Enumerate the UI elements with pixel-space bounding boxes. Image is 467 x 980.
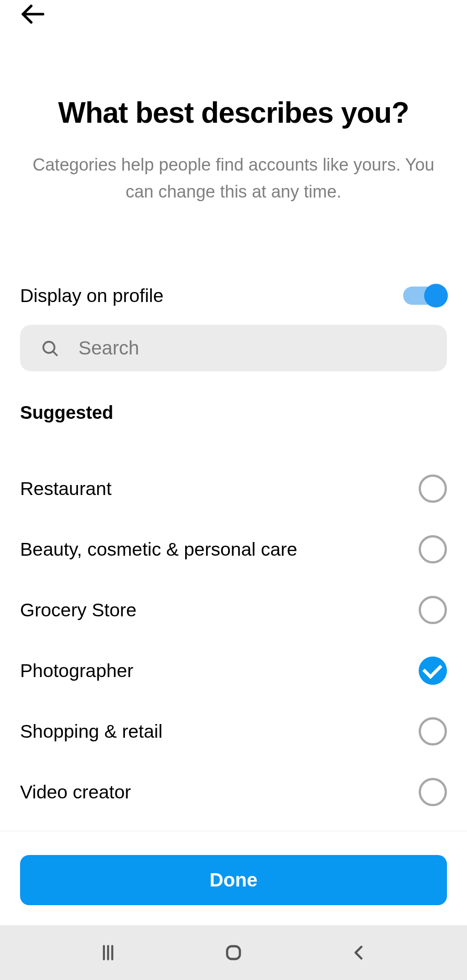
radio-unselected-icon: [419, 535, 447, 563]
done-button[interactable]: Done: [20, 855, 447, 905]
radio-unselected-icon: [419, 717, 447, 745]
category-label: Restaurant: [20, 478, 112, 500]
category-item-restaurant[interactable]: Restaurant: [20, 459, 447, 519]
back-button[interactable]: [18, 0, 47, 30]
radio-unselected-icon: [419, 596, 447, 624]
page-subtitle: Categories help people find accounts lik…: [20, 151, 447, 205]
page-title: What best describes you?: [20, 96, 447, 130]
category-label: Beauty, cosmetic & personal care: [20, 539, 297, 560]
arrow-left-icon: [18, 0, 47, 28]
svg-rect-6: [227, 946, 240, 959]
system-recents-button[interactable]: [94, 939, 122, 966]
category-item-photographer[interactable]: Photographer: [20, 641, 447, 701]
display-on-profile-toggle[interactable]: [403, 287, 447, 305]
svg-line-2: [53, 351, 57, 355]
search-input[interactable]: [78, 337, 427, 359]
chevron-left-icon: [349, 943, 369, 963]
home-icon: [223, 942, 244, 964]
display-on-profile-label: Display on profile: [20, 285, 164, 307]
system-home-button[interactable]: [220, 939, 247, 966]
radio-unselected-icon: [419, 778, 447, 806]
category-item-video-creator[interactable]: Video creator: [20, 762, 447, 823]
category-item-shopping[interactable]: Shopping & retail: [20, 701, 447, 762]
category-item-grocery[interactable]: Grocery Store: [20, 580, 447, 641]
recents-icon: [98, 943, 118, 963]
category-label: Photographer: [20, 660, 133, 682]
category-list: Restaurant Beauty, cosmetic & personal c…: [20, 459, 447, 823]
system-back-button[interactable]: [345, 939, 373, 966]
category-item-beauty[interactable]: Beauty, cosmetic & personal care: [20, 519, 447, 580]
category-label: Grocery Store: [20, 599, 136, 621]
system-navigation-bar: [0, 925, 467, 980]
radio-selected-icon: [419, 657, 447, 685]
search-field[interactable]: [20, 325, 447, 371]
category-label: Video creator: [20, 782, 131, 803]
suggested-header: Suggested: [20, 402, 447, 423]
category-label: Shopping & retail: [20, 721, 162, 742]
search-icon: [40, 339, 59, 358]
radio-unselected-icon: [419, 474, 447, 503]
